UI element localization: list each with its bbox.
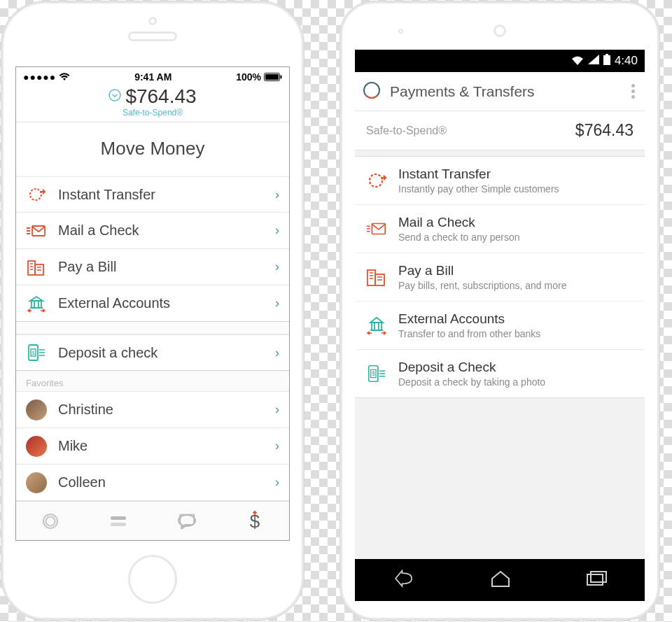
svg-text:$: $ <box>31 350 35 356</box>
android-device-frame: 4:40 Payments & Transfers Safe-to-Spend®… <box>340 1 659 620</box>
row-title: External Accounts <box>398 311 540 327</box>
recent-nav-icon[interactable] <box>585 570 608 590</box>
avatar <box>26 436 47 457</box>
overflow-menu-icon[interactable] <box>631 84 639 99</box>
chevron-right-icon: › <box>275 223 279 238</box>
row-title: Instant Transfer <box>398 167 559 182</box>
battery-icon <box>264 73 282 81</box>
signal-dots: ●●●●● <box>23 71 56 83</box>
android-nav-bar <box>355 559 645 601</box>
wifi-icon <box>59 73 70 81</box>
favorite-row[interactable]: Christine › <box>16 392 289 428</box>
safe-to-spend-label: Safe-to-Spend® <box>366 125 447 137</box>
row-label: Instant Transfer <box>58 187 264 203</box>
row-deposit-check[interactable]: $ Deposit a Check Deposit a check by tak… <box>355 350 645 397</box>
logo-tab-icon[interactable] <box>38 511 63 532</box>
android-screen: 4:40 Payments & Transfers Safe-to-Spend®… <box>355 50 645 601</box>
row-subtitle: Deposit a check by taking a photo <box>398 376 545 388</box>
ios-time: 9:41 AM <box>134 71 172 83</box>
money-tab-icon[interactable]: $ <box>242 511 267 532</box>
svg-rect-17 <box>603 55 610 65</box>
android-action-bar: Payments & Transfers <box>355 72 645 111</box>
pay-bill-icon <box>26 257 47 278</box>
favorites-header: Favorites <box>16 371 289 392</box>
svg-rect-14 <box>111 523 126 526</box>
favorite-name: Christine <box>58 402 264 418</box>
row-mail-check[interactable]: Mail a Check Send a check to any person <box>355 205 645 253</box>
row-instant-transfer[interactable]: Instant Transfer › <box>16 176 289 213</box>
svg-point-4 <box>30 189 41 200</box>
row-title: Pay a Bill <box>398 263 566 278</box>
ios-signal: ●●●●● <box>23 71 70 83</box>
android-sensor-dot <box>398 29 403 34</box>
avatar <box>26 472 47 493</box>
chevron-right-icon: › <box>275 188 279 202</box>
svg-point-12 <box>46 516 55 525</box>
row-title: Mail a Check <box>398 215 520 230</box>
row-label: External Accounts <box>58 295 264 311</box>
chevron-right-icon: › <box>275 402 279 417</box>
row-subtitle: Instantly pay other Simple customers <box>398 183 559 195</box>
row-instant-transfer[interactable]: Instant Transfer Instantly pay other Sim… <box>355 157 645 205</box>
svg-text:$: $ <box>372 370 375 377</box>
ios-tabbar: $ <box>16 501 289 540</box>
svg-rect-29 <box>591 572 606 582</box>
signal-icon <box>588 54 599 68</box>
home-nav-icon[interactable] <box>489 570 512 591</box>
section-gap <box>16 322 289 334</box>
svg-point-3 <box>109 90 120 101</box>
chat-tab-icon[interactable] <box>174 512 200 530</box>
row-external-accounts[interactable]: External Accounts Transfer to and from o… <box>355 302 645 350</box>
chevron-right-icon: › <box>275 346 279 360</box>
iphone-device-frame: ●●●●● 9:41 AM 100% $764.43 Safe-to-Spend… <box>1 1 304 620</box>
ios-status-bar: ●●●●● 9:41 AM 100% <box>16 67 289 85</box>
action-bar-title: Payments & Transfers <box>390 83 624 100</box>
iphone-screen: ●●●●● 9:41 AM 100% $764.43 Safe-to-Spend… <box>15 66 290 541</box>
chevron-right-icon: › <box>275 260 279 274</box>
row-subtitle: Send a check to any person <box>398 232 520 243</box>
row-deposit-check[interactable]: $ Deposit a check › <box>16 334 289 371</box>
svg-rect-23 <box>368 270 375 285</box>
page-title: Move Money <box>16 122 289 176</box>
mail-check-icon <box>366 218 387 239</box>
iphone-camera-dot <box>148 17 157 25</box>
favorite-row[interactable]: Colleen › <box>16 465 289 501</box>
balance-amount: $764.43 <box>125 85 196 108</box>
android-time: 4:40 <box>615 54 638 68</box>
safe-to-spend-amount: $764.43 <box>575 121 634 140</box>
list-tab-icon[interactable] <box>106 514 131 528</box>
ios-battery: 100% <box>236 71 282 83</box>
chevron-right-icon: › <box>275 475 279 490</box>
favorite-row[interactable]: Mike › <box>16 428 289 465</box>
mail-check-icon <box>26 220 47 241</box>
ios-balance-header[interactable]: $764.43 Safe-to-Spend® <box>16 85 289 122</box>
iphone-home-button[interactable] <box>128 555 177 604</box>
battery-icon <box>603 54 610 69</box>
chevron-right-icon: › <box>275 296 279 311</box>
android-menu-list: Instant Transfer Instantly pay other Sim… <box>355 156 645 398</box>
row-pay-bill[interactable]: Pay a Bill › <box>16 249 289 285</box>
row-label: Deposit a check <box>58 345 264 361</box>
svg-rect-1 <box>265 74 279 80</box>
row-label: Mail a Check <box>58 222 264 239</box>
chevron-right-icon: › <box>275 439 279 453</box>
svg-rect-13 <box>111 516 126 520</box>
android-speaker <box>493 24 506 37</box>
row-subtitle: Pay bills, rent, subscriptions, and more <box>398 280 566 291</box>
row-pay-bill[interactable]: Pay a Bill Pay bills, rent, subscription… <box>355 253 645 302</box>
external-accounts-icon <box>26 293 47 314</box>
back-nav-icon[interactable] <box>392 570 416 591</box>
deposit-check-icon: $ <box>26 342 47 363</box>
safe-to-spend-label: Safe-to-Spend® <box>16 108 289 118</box>
pay-bill-icon <box>366 267 387 288</box>
svg-rect-2 <box>280 76 281 79</box>
svg-rect-28 <box>587 574 603 585</box>
safe-to-spend-row[interactable]: Safe-to-Spend® $764.43 <box>355 111 645 150</box>
app-logo-icon[interactable] <box>360 79 383 104</box>
favorite-name: Colleen <box>58 474 264 490</box>
android-status-bar: 4:40 <box>355 50 645 72</box>
row-mail-check[interactable]: Mail a Check › <box>16 213 289 249</box>
row-external-accounts[interactable]: External Accounts › <box>16 285 289 322</box>
row-subtitle: Transfer to and from other banks <box>398 328 540 339</box>
chevron-down-icon <box>108 89 121 104</box>
